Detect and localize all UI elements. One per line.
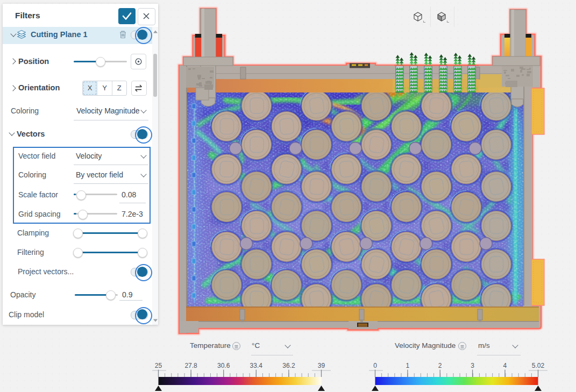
- svg-text:25: 25: [155, 362, 162, 369]
- svg-text:4: 4: [503, 362, 507, 369]
- svg-text:0: 0: [373, 362, 377, 369]
- svg-text:27.8: 27.8: [184, 362, 197, 369]
- svg-text:30.6: 30.6: [217, 362, 230, 369]
- svg-text:5.02: 5.02: [532, 362, 545, 369]
- svg-text:39: 39: [318, 362, 325, 369]
- svg-text:36.2: 36.2: [282, 362, 295, 369]
- svg-text:3: 3: [471, 362, 474, 369]
- svg-text:1: 1: [406, 362, 410, 369]
- svg-text:2: 2: [438, 362, 442, 369]
- svg-text:33.4: 33.4: [250, 362, 263, 369]
